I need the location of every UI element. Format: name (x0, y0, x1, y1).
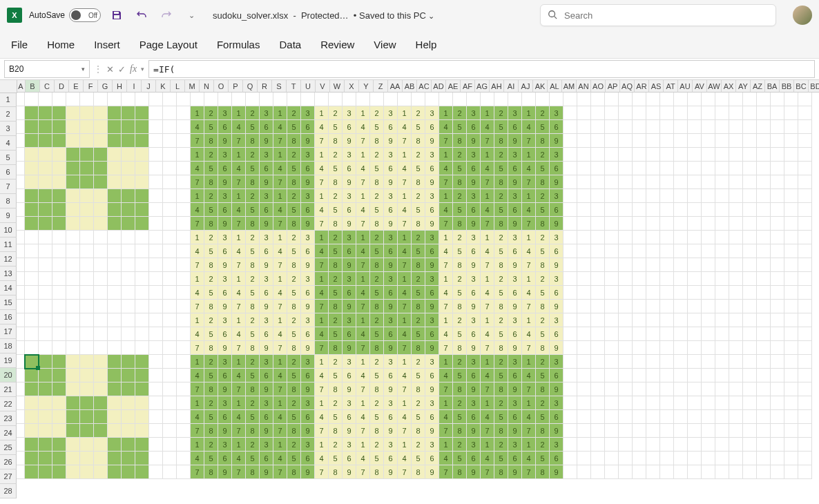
cell[interactable] (771, 424, 784, 438)
cell[interactable] (674, 272, 688, 286)
cell[interactable] (660, 452, 674, 465)
row-header[interactable]: 4 (0, 136, 17, 151)
cell[interactable] (646, 438, 660, 452)
cell[interactable] (246, 93, 260, 106)
cell[interactable] (674, 244, 688, 258)
cell[interactable] (660, 341, 674, 355)
cell[interactable] (108, 410, 122, 424)
col-header[interactable]: R (258, 80, 272, 93)
cell[interactable] (715, 369, 729, 382)
cell[interactable]: 9 (301, 175, 315, 189)
cell[interactable]: 7 (356, 300, 370, 313)
col-header[interactable]: D (55, 80, 69, 93)
cell[interactable] (798, 120, 812, 134)
cell[interactable]: 3 (508, 355, 522, 369)
cell[interactable] (577, 424, 591, 438)
cell[interactable]: 1 (398, 189, 412, 203)
cell[interactable] (135, 396, 149, 410)
cell[interactable] (688, 465, 702, 479)
cell[interactable] (729, 189, 743, 203)
cell[interactable]: 9 (218, 382, 232, 396)
cell[interactable]: 8 (494, 217, 508, 231)
cell[interactable] (743, 286, 757, 300)
cell[interactable]: 4 (481, 244, 494, 258)
cell[interactable]: 2 (494, 189, 508, 203)
cell[interactable]: 5 (370, 327, 384, 341)
cell[interactable] (674, 162, 688, 175)
cell[interactable]: 5 (494, 410, 508, 424)
cell[interactable]: 1 (315, 313, 329, 327)
cell[interactable]: 5 (246, 327, 260, 341)
cell[interactable] (39, 396, 52, 410)
cell[interactable]: 4 (356, 410, 370, 424)
cell[interactable]: 6 (384, 162, 398, 175)
cell[interactable] (273, 93, 287, 106)
cell[interactable]: 3 (550, 231, 563, 244)
cell[interactable]: 2 (329, 106, 343, 120)
cell[interactable] (688, 382, 702, 396)
cell[interactable]: 9 (301, 300, 315, 313)
cell[interactable]: 6 (550, 244, 563, 258)
cell[interactable]: 6 (508, 327, 522, 341)
cell[interactable] (702, 355, 715, 369)
cell[interactable] (619, 313, 633, 327)
cell[interactable] (370, 93, 384, 106)
cell[interactable] (660, 175, 674, 189)
cell[interactable]: 5 (204, 452, 218, 465)
cell[interactable] (619, 203, 633, 217)
cell[interactable]: 2 (204, 231, 218, 244)
cell[interactable]: 2 (370, 231, 384, 244)
row-header[interactable]: 16 (0, 310, 17, 324)
cell[interactable]: 5 (204, 244, 218, 258)
enter-formula-icon[interactable]: ✓ (118, 64, 126, 75)
cell[interactable]: 4 (522, 369, 536, 382)
cell[interactable]: 3 (508, 189, 522, 203)
cell[interactable]: 4 (232, 286, 246, 300)
cell[interactable] (177, 217, 191, 231)
cell[interactable] (771, 93, 784, 106)
cell[interactable]: 5 (453, 369, 467, 382)
row-header[interactable]: 5 (0, 151, 17, 165)
cell[interactable]: 3 (343, 106, 356, 120)
cell[interactable]: 2 (246, 189, 260, 203)
cell[interactable]: 9 (425, 175, 439, 189)
col-header[interactable]: M (185, 80, 200, 93)
cell[interactable] (771, 134, 784, 148)
cell[interactable] (80, 341, 94, 355)
cell[interactable] (177, 369, 191, 382)
cell[interactable] (798, 452, 812, 465)
cell[interactable]: 4 (398, 452, 412, 465)
cell[interactable] (798, 313, 812, 327)
cell[interactable]: 3 (343, 438, 356, 452)
cell[interactable]: 5 (412, 286, 425, 300)
cell[interactable] (715, 327, 729, 341)
col-header[interactable]: W (330, 80, 345, 93)
cell[interactable] (39, 355, 52, 369)
cell[interactable]: 8 (536, 175, 550, 189)
cell[interactable]: 9 (508, 175, 522, 189)
cell[interactable] (619, 424, 633, 438)
cell[interactable]: 9 (508, 134, 522, 148)
cell[interactable]: 8 (204, 300, 218, 313)
cell[interactable]: 3 (218, 396, 232, 410)
cell[interactable]: 2 (287, 189, 301, 203)
cell[interactable] (39, 162, 52, 175)
cell[interactable] (715, 120, 729, 134)
cell[interactable] (743, 452, 757, 465)
cell[interactable] (343, 93, 356, 106)
cell[interactable] (66, 134, 80, 148)
cell[interactable]: 4 (522, 327, 536, 341)
cell[interactable] (771, 300, 784, 313)
cell[interactable]: 8 (453, 424, 467, 438)
cell[interactable]: 2 (412, 148, 425, 162)
cell[interactable]: 4 (191, 162, 204, 175)
cell[interactable]: 4 (315, 244, 329, 258)
cell[interactable] (729, 286, 743, 300)
cell[interactable] (715, 175, 729, 189)
cell[interactable] (108, 162, 122, 175)
cell[interactable] (122, 244, 135, 258)
cell[interactable]: 8 (536, 258, 550, 272)
cell[interactable] (563, 355, 577, 369)
cell[interactable] (591, 134, 605, 148)
cell[interactable] (688, 189, 702, 203)
